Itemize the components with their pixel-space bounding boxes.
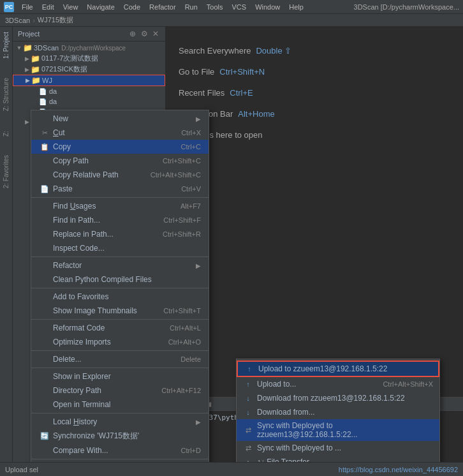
dep-download-from[interactable]: ↓ Download from... bbox=[237, 405, 439, 419]
shortcut-recent: Recent Files Ctrl+E bbox=[179, 88, 450, 98]
ctx-find-path[interactable]: Find in Path... Ctrl+Shift+F bbox=[31, 213, 209, 227]
ctx-copy-rel-path-icon bbox=[39, 170, 50, 180]
dep-download-named[interactable]: ↓ Download from zzueem13@192.168.1.5:22 bbox=[237, 391, 439, 405]
ctx-cut[interactable]: ✂ Cut Ctrl+X bbox=[31, 126, 209, 140]
ctx-open-terminal[interactable]: Open in Terminal bbox=[31, 398, 209, 412]
shortcut-navbar-key: Alt+Home bbox=[238, 109, 274, 119]
ctx-dir-path-icon bbox=[39, 385, 50, 396]
ctx-paste[interactable]: 📄 Paste Ctrl+V bbox=[31, 182, 209, 196]
ctx-show-thumbnails[interactable]: Show Image Thumbnails Ctrl+Shift+T bbox=[31, 304, 209, 318]
menu-help[interactable]: Help bbox=[285, 2, 307, 12]
expand-icon[interactable]: ⊕ bbox=[128, 29, 137, 38]
ctx-optimize[interactable]: Optimize Imports Ctrl+Alt+O bbox=[31, 335, 209, 349]
ctx-find-usages-shortcut: Alt+F7 bbox=[180, 202, 201, 210]
ctx-compare-icon bbox=[39, 445, 50, 456]
tree-item-root[interactable]: ▼ 📁 3DScan D:/pycharmWorkspace bbox=[13, 43, 165, 53]
ctx-copy-label: Copy bbox=[53, 142, 176, 151]
dep-sync-to[interactable]: ⇄ Sync with Deployed to ... bbox=[237, 441, 439, 455]
menu-navigate[interactable]: Navigate bbox=[83, 2, 118, 12]
ctx-compare[interactable]: Compare With... Ctrl+D bbox=[31, 443, 209, 457]
ctx-add-fav-label: Add to Favorites bbox=[53, 292, 201, 301]
ctx-refactor[interactable]: Refactor ▶ bbox=[31, 258, 209, 272]
ctx-refactor-arrow: ▶ bbox=[196, 262, 201, 269]
ctx-compare-label: Compare With... bbox=[53, 446, 176, 455]
ctx-local-history[interactable]: Local History ▶ bbox=[31, 415, 209, 429]
ctx-replace-path[interactable]: Replace in Path... Ctrl+Shift+R bbox=[31, 227, 209, 241]
menu-refactor[interactable]: Refactor bbox=[145, 2, 180, 12]
deployment-submenu: ↑ Upload to zzueem13@192.168.1.5:22 ↑ Up… bbox=[236, 359, 440, 471]
root-path: D:/pycharmWorkspace bbox=[61, 45, 126, 52]
folder-icon-wj: 📁 bbox=[31, 76, 40, 85]
menu-window[interactable]: Window bbox=[251, 2, 284, 12]
ctx-new[interactable]: New ▶ bbox=[31, 112, 209, 126]
ctx-find-usages[interactable]: Find Usages Alt+F7 bbox=[31, 199, 209, 213]
side-panel-z-tab[interactable]: Z: bbox=[1, 128, 11, 139]
ctx-add-fav-icon bbox=[39, 292, 50, 302]
ctx-thumb-icon bbox=[39, 306, 50, 316]
ctx-delete-shortcut: Delete bbox=[180, 355, 201, 363]
tree-arrow-root: ▼ bbox=[15, 44, 23, 52]
tree-item-0721[interactable]: ▶ 📁 0721SICK数据 bbox=[13, 64, 165, 75]
ctx-replace-path-label: Replace in Path... bbox=[53, 230, 158, 239]
ctx-sync[interactable]: 🔄 Synchronize 'WJ715数据' bbox=[31, 429, 209, 443]
tree-item-da2[interactable]: 📄 da bbox=[13, 96, 165, 107]
ctx-copy-path[interactable]: Copy Path Ctrl+Shift+C bbox=[31, 154, 209, 168]
shortcut-recent-key: Ctrl+E bbox=[230, 88, 253, 98]
side-panel-structure-tab[interactable]: Z: Structure bbox=[1, 75, 11, 114]
tree-item-wj[interactable]: ▶ 📁 WJ bbox=[13, 75, 165, 86]
close-panel-icon[interactable]: ✕ bbox=[151, 29, 160, 38]
file-icon-da2: 📄 bbox=[38, 97, 47, 106]
side-panel-favorites-tab[interactable]: 2: Favorites bbox=[1, 152, 11, 191]
side-panel-project-tab[interactable]: 1: Project bbox=[1, 29, 11, 61]
ctx-add-favorites[interactable]: Add to Favorites bbox=[31, 290, 209, 304]
ctx-delete[interactable]: Delete... Delete bbox=[31, 352, 209, 366]
ctx-find-path-shortcut: Ctrl+Shift+F bbox=[163, 216, 201, 224]
ctx-clean-python[interactable]: Clean Python Compiled Files bbox=[31, 272, 209, 286]
tree-arrow-0721: ▶ bbox=[23, 66, 31, 73]
tree-item-0117[interactable]: ▶ 📁 0117-7次测试数据 bbox=[13, 53, 165, 64]
ctx-refactor-icon bbox=[39, 260, 50, 271]
ctx-optimize-shortcut: Ctrl+Alt+O bbox=[168, 338, 201, 346]
tree-item-da1[interactable]: 📄 da bbox=[13, 86, 165, 96]
ctx-dir-path[interactable]: Directory Path Ctrl+Alt+F12 bbox=[31, 383, 209, 398]
window-title: 3DScan [D:/pycharmWorkspace... bbox=[354, 3, 459, 11]
ctx-copy-icon: 📋 bbox=[39, 142, 50, 152]
menu-view[interactable]: View bbox=[59, 2, 82, 12]
ctx-cut-label: Cut bbox=[53, 128, 176, 137]
tree-label-0721: 0721SICK数据 bbox=[41, 64, 87, 74]
ctx-copy-rel-path[interactable]: Copy Relative Path Ctrl+Alt+Shift+C bbox=[31, 168, 209, 182]
shortcuts-panel: Search Everywhere Double ⇧ Go to File Ct… bbox=[166, 33, 463, 152]
dep-sync-named[interactable]: ⇄ Sync with Deployed to zzueem13@192.168… bbox=[237, 419, 439, 441]
dep-sync-named-icon: ⇄ bbox=[243, 425, 253, 435]
dep-upload-named-icon: ↑ bbox=[244, 364, 254, 374]
ctx-delete-icon bbox=[39, 354, 50, 364]
ctx-find-usages-icon bbox=[39, 201, 50, 211]
dep-sync-to-label: Sync with Deployed to ... bbox=[257, 443, 433, 452]
status-url[interactable]: https://blog.csdn.net/weixin_44456692 bbox=[339, 466, 458, 473]
ctx-copy[interactable]: 📋 Copy Ctrl+C bbox=[31, 140, 209, 154]
dep-upload-to[interactable]: ↑ Upload to... Ctrl+Alt+Shift+X bbox=[237, 377, 439, 391]
menu-tools[interactable]: Tools bbox=[203, 2, 227, 12]
ctx-reformat[interactable]: Reformat Code Ctrl+Alt+L bbox=[31, 321, 209, 335]
ctx-sep-1 bbox=[31, 197, 209, 198]
menu-vcs[interactable]: VCS bbox=[228, 2, 251, 12]
shortcut-drop: Drop files here to open bbox=[179, 130, 450, 140]
menu-run[interactable]: Run bbox=[181, 2, 202, 12]
ctx-paste-shortcut: Ctrl+V bbox=[181, 185, 201, 193]
dep-upload-to-label: Upload to... bbox=[257, 380, 378, 389]
shortcut-navbar: Navigation Bar Alt+Home bbox=[179, 109, 450, 119]
ctx-reformat-shortcut: Ctrl+Alt+L bbox=[170, 324, 201, 332]
ctx-paste-label: Paste bbox=[53, 184, 176, 193]
ctx-find-path-icon bbox=[39, 215, 50, 225]
menu-edit[interactable]: Edit bbox=[38, 2, 58, 12]
dep-download-named-icon: ↓ bbox=[243, 393, 253, 403]
dep-upload-named[interactable]: ↑ Upload to zzueem13@192.168.1.5:22 bbox=[237, 361, 439, 377]
tree-label-da2: da bbox=[49, 98, 57, 105]
ctx-show-explorer[interactable]: Show in Explorer bbox=[31, 369, 209, 383]
shortcut-goto-label: Go to File bbox=[179, 67, 214, 77]
breadcrumb-app: 3DScan bbox=[5, 17, 30, 24]
settings-icon[interactable]: ⚙ bbox=[140, 29, 149, 38]
menu-file[interactable]: File bbox=[18, 2, 37, 12]
menu-code[interactable]: Code bbox=[120, 2, 144, 12]
ctx-inspect-code[interactable]: Inspect Code... bbox=[31, 241, 209, 255]
